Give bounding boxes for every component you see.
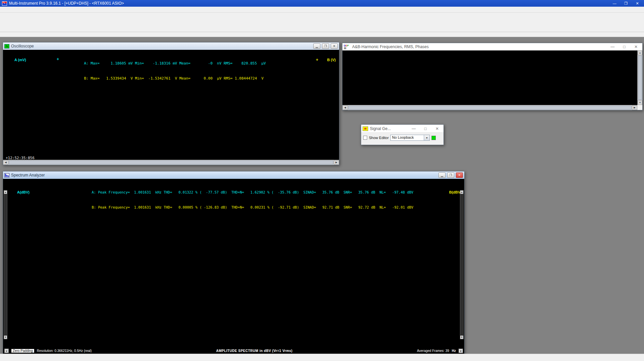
app-close-button[interactable]: ✕ xyxy=(633,1,642,6)
toolbar-sampling xyxy=(0,13,644,20)
scroll-up-icon[interactable]: ▲ xyxy=(460,191,463,194)
spectrum-readout-a: A: Peak Frequency= 1.001631 kHz THD= 0.0… xyxy=(92,190,413,195)
oscilloscope-restore-button[interactable]: ❐ xyxy=(322,43,329,49)
show-editor-label: Show Editor xyxy=(369,136,389,140)
scroll-thumb[interactable] xyxy=(9,160,333,164)
signal-generator-body: Show Editor No Loopback ▼ xyxy=(361,133,444,143)
signal-generator-title: Signal Ge... xyxy=(370,126,407,131)
spectrum-right-scrollbar[interactable]: ▲ ▼ xyxy=(460,190,464,339)
spectrum-restore-button[interactable]: ❐ xyxy=(447,172,454,178)
scroll-right-icon[interactable]: ▶ xyxy=(632,105,637,110)
app-title: Multi-Instrument Pro 3.9.16.1 - [+UDP+DH… xyxy=(9,1,608,6)
scroll-thumb[interactable] xyxy=(638,55,642,100)
spectrum-readout-b: B: Peak Frequency= 1.001631 kHz THD= 0.0… xyxy=(92,205,413,210)
loopback-select[interactable]: No Loopback ▼ xyxy=(390,135,430,141)
oscilloscope-hscrollbar[interactable]: ◀ ▶ xyxy=(3,160,339,165)
chevron-down-icon[interactable]: ▼ xyxy=(459,349,463,353)
oscilloscope-titlebar[interactable]: ∿ Oscilloscope ▁ ❐ ✕ xyxy=(3,42,339,50)
x-unit-label: Hz xyxy=(452,349,456,353)
harmonics-title: A&B-Harmonic Frequencies, RMS, Phases xyxy=(352,44,606,49)
spectrum-titlebar[interactable]: Spectrum Analyzer ▁ ❐ ✕ xyxy=(3,171,464,179)
oscilloscope-minimize-button[interactable]: ▁ xyxy=(313,43,320,49)
oscilloscope-window: ∿ Oscilloscope ▁ ❐ ✕ A: Max= 1.18605 mV … xyxy=(3,42,339,165)
resolution-label: Resolution: 0.366211Hz, 0.5Hz (real) xyxy=(37,349,92,353)
scroll-thumb[interactable] xyxy=(348,106,632,110)
oscilloscope-readouts: A: Max= 1.18605 mV Min= -1.18316 mV Mean… xyxy=(84,51,266,91)
app-icon xyxy=(2,1,7,6)
scroll-up-icon[interactable]: ▲ xyxy=(4,191,7,194)
oscilloscope-ylabel-a: A (mV) xyxy=(14,58,26,62)
spectrum-xlabel: AMPLITUDE SPECTRUM in dBV (Vr=1 Vrms) xyxy=(94,349,414,353)
harmonics-table[interactable] xyxy=(342,50,637,105)
spectrum-minimize-button[interactable]: ▁ xyxy=(438,172,446,178)
signal-generator-window: ≋ Signal Ge... — □ ✕ Show Editor No Loop… xyxy=(361,124,444,145)
oscilloscope-icon: ∿ xyxy=(4,44,9,48)
harmonics-minimize-button[interactable]: — xyxy=(608,44,618,49)
app-titlebar: Multi-Instrument Pro 3.9.16.1 - [+UDP+DH… xyxy=(0,0,644,7)
scroll-down-icon[interactable]: ▼ xyxy=(4,336,7,339)
harmonics-vscrollbar[interactable]: ▲ ▼ xyxy=(637,50,642,105)
signal-generator-close-button[interactable]: ✕ xyxy=(432,126,442,131)
spectrum-close-button[interactable]: ✕ xyxy=(456,172,463,178)
scroll-left-icon[interactable]: ◀ xyxy=(3,160,8,165)
status-bar xyxy=(0,354,644,361)
app-maximize-button[interactable]: ❐ xyxy=(621,1,631,6)
spectrum-analyzer-window: Spectrum Analyzer ▁ ❐ ✕ A: Peak Frequenc… xyxy=(3,171,465,354)
app-minimize-button[interactable]: — xyxy=(610,1,619,6)
scroll-up-icon[interactable]: ▲ xyxy=(638,50,642,55)
oscilloscope-close-button[interactable]: ✕ xyxy=(331,43,338,49)
spectrum-client: A: Peak Frequency= 1.001631 kHz THD= 0.0… xyxy=(3,179,464,354)
harmonics-titlebar[interactable]: DDP⊞ A&B-Harmonic Frequencies, RMS, Phas… xyxy=(342,43,642,50)
spectrum-title: Spectrum Analyzer xyxy=(11,173,437,177)
scroll-right-icon[interactable]: ▶ xyxy=(334,160,339,165)
harmonics-maximize-button[interactable]: □ xyxy=(619,44,629,49)
spectrum-ylabel-a: A(dBV) xyxy=(17,190,29,194)
show-editor-checkbox[interactable] xyxy=(363,136,367,140)
app-window: { "app": { "title": "Multi-Instrument Pr… xyxy=(0,0,644,361)
spectrum-left-scrollbar[interactable]: ▲ ▼ xyxy=(4,190,7,339)
signal-generator-maximize-button[interactable]: □ xyxy=(420,126,430,131)
zero-padding-chip[interactable]: Zero Padding xyxy=(11,349,34,353)
scroll-down-icon[interactable]: ▼ xyxy=(460,336,463,339)
oscilloscope-readout-b: B: Max= 1.5339434 V Min= -1.5342761 V Me… xyxy=(84,76,266,81)
signal-generator-titlebar[interactable]: ≋ Signal Ge... — □ ✕ xyxy=(361,125,444,133)
spectrum-readouts: A: Peak Frequency= 1.001631 kHz THD= 0.0… xyxy=(92,180,413,220)
scroll-left-icon[interactable]: ◀ xyxy=(342,105,348,110)
scroll-down-icon[interactable]: ▼ xyxy=(638,100,642,105)
signal-generator-icon: ≋ xyxy=(363,126,368,131)
menu-bar xyxy=(0,7,644,13)
panel-tabs xyxy=(0,32,644,37)
harmonics-hscrollbar[interactable]: ◀ ▶ xyxy=(342,105,637,110)
toolbar-instruments xyxy=(0,20,644,32)
ddp-table-icon: DDP⊞ xyxy=(344,44,350,49)
oscilloscope-ylabel-b: B (V) xyxy=(327,58,336,62)
harmonics-close-button[interactable]: ✕ xyxy=(631,44,641,49)
loopback-value: No Loopback xyxy=(391,135,424,140)
averaged-frames-label: Averaged Frames: 39 xyxy=(417,349,449,353)
trigger-marker-a-icon[interactable]: + xyxy=(57,56,59,62)
trigger-marker-b-icon[interactable]: + xyxy=(316,57,318,62)
spectrum-analyzer-icon xyxy=(4,173,9,177)
oscilloscope-title: Oscilloscope xyxy=(11,44,312,48)
oscilloscope-readout-a: A: Max= 1.18605 mV Min= -1.18316 mV Mean… xyxy=(84,61,266,66)
chevron-down-icon[interactable]: ▼ xyxy=(4,349,9,353)
signal-generator-minimize-button[interactable]: — xyxy=(409,126,419,131)
output-on-led[interactable] xyxy=(431,136,436,140)
harmonics-window: DDP⊞ A&B-Harmonic Frequencies, RMS, Phas… xyxy=(342,43,643,110)
oscilloscope-client: A: Max= 1.18605 mV Min= -1.18316 mV Mean… xyxy=(3,50,339,160)
chevron-down-icon[interactable]: ▼ xyxy=(424,135,429,140)
spectrum-info-row: ▼ Zero Padding Resolution: 0.366211Hz, 0… xyxy=(4,348,463,353)
